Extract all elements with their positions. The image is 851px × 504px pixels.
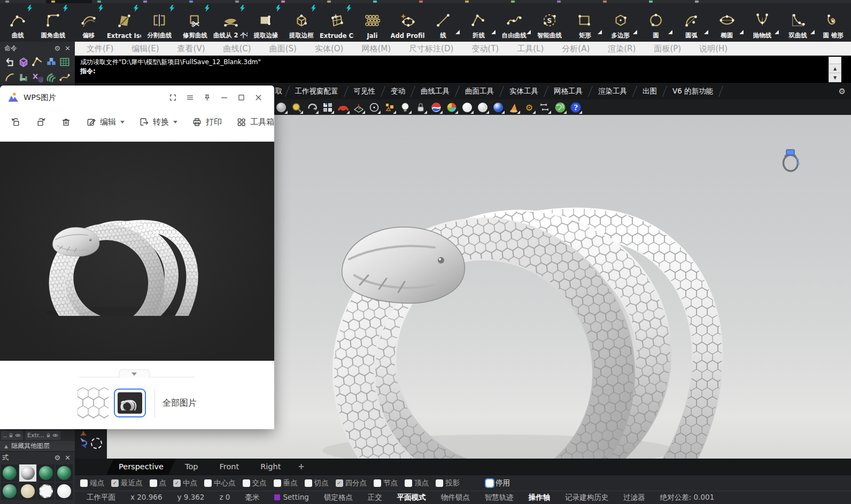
material-sphere-dashed[interactable] (37, 483, 55, 500)
toolbar-button-isocurve[interactable]: Extract Isocurve... (106, 3, 142, 42)
wps-toolbox-button[interactable]: 工具箱 (229, 113, 281, 131)
color-wheel-icon[interactable] (446, 102, 458, 113)
car-render-icon[interactable] (337, 102, 349, 113)
osnap-切点[interactable]: 切点 (305, 478, 329, 488)
command-line[interactable]: 成功读取文件"D:\犀牛\模型\新项目\FullSave_12_Blank.3d… (75, 56, 851, 83)
tool-tab[interactable]: 曲面工具 (458, 87, 501, 96)
status-操作轴[interactable]: 操作轴 (521, 493, 558, 502)
osnap-端点[interactable]: 端点 (80, 478, 104, 488)
undo-icon[interactable] (3, 55, 17, 69)
scroll-down-icon[interactable]: ▼ (829, 73, 841, 82)
tool-tab[interactable]: 可见性 (346, 87, 383, 96)
cubes-blue-icon[interactable] (44, 55, 58, 69)
checkbox[interactable] (374, 479, 381, 487)
flyout-triangle-icon[interactable] (455, 30, 460, 34)
maximize-button[interactable] (233, 90, 250, 106)
wps-image-view[interactable] (0, 142, 274, 361)
toolbar-button-jali[interactable]: Jali (354, 3, 390, 42)
shaded-sphere-icon[interactable] (275, 102, 287, 113)
eye-icon[interactable] (15, 433, 21, 438)
viewport-tab-top[interactable]: Top (174, 459, 208, 475)
menu-item[interactable]: 尺寸标注(D) (409, 44, 453, 54)
gear-icon[interactable]: ⚙ (839, 87, 846, 96)
menu-item[interactable]: 编辑(E) (131, 44, 159, 54)
menu-item[interactable]: 分析(A) (562, 44, 590, 54)
status-毫米[interactable]: 毫米 (237, 493, 267, 502)
wps-rotate-right-button[interactable] (28, 113, 53, 131)
toolbar-button-hyperbola[interactable]: 双曲线 (780, 3, 815, 42)
menu-item[interactable]: 说明(H) (699, 44, 728, 54)
material-sphere-beige[interactable] (19, 483, 36, 500)
checkbox[interactable] (486, 479, 493, 487)
flyout-triangle-icon[interactable] (598, 30, 602, 34)
material-sphere-green[interactable] (56, 464, 73, 482)
tools-purple-icon[interactable]: @ (30, 71, 44, 84)
menu-item[interactable]: 实体(O) (315, 44, 344, 54)
menu-item[interactable]: 工具(L) (517, 44, 544, 54)
viewport-tab-right[interactable]: Right (250, 459, 291, 475)
pin-button[interactable] (198, 90, 215, 106)
status-绝对公差:[interactable]: 绝对公差: 0.001 (653, 493, 722, 502)
wps-convert-button[interactable]: 转换 (131, 113, 184, 131)
cplane-icon[interactable] (353, 102, 365, 113)
eye-icon[interactable] (52, 433, 58, 438)
checkbox[interactable] (436, 479, 443, 487)
toolbar-button-ellipse[interactable]: 椭圆 (709, 3, 745, 42)
status-x[interactable]: x 20.966 (123, 493, 170, 501)
toolbar-button-polyline[interactable]: 折线 (461, 3, 496, 42)
wps-delete-button[interactable] (53, 113, 79, 131)
material-sphere-green[interactable] (37, 464, 55, 482)
tool-tab[interactable]: 工作视窗配置 (288, 87, 346, 96)
status-过滤器[interactable]: 过滤器 (616, 493, 653, 502)
material-sphere2-icon[interactable] (477, 102, 489, 113)
toolbar-button-split[interactable]: 分割曲线 (142, 3, 177, 42)
flyout-triangle-icon[interactable] (775, 30, 779, 34)
polyline-gold-icon[interactable] (30, 55, 44, 69)
wps-print-button[interactable]: 打印 (184, 113, 229, 131)
all-images-label[interactable]: 全部图片 (163, 398, 197, 409)
mesh-green-icon[interactable] (58, 55, 72, 69)
material-sphere-white[interactable] (56, 483, 73, 500)
cube-purple-icon[interactable] (17, 55, 31, 69)
status-平面模式[interactable]: 平面模式 (390, 493, 434, 502)
close-icon[interactable]: ✕ (65, 454, 71, 462)
toolbar-button-view2[interactable]: 曲线从 2 个视图 (213, 3, 248, 42)
add-viewport-tab-button[interactable]: + (291, 459, 311, 475)
swap-arrows-icon[interactable] (78, 437, 89, 449)
osnap-点[interactable]: 点 (150, 478, 167, 488)
lock-icon[interactable] (415, 102, 427, 113)
thumbnail-hex-pattern[interactable] (78, 387, 109, 418)
toolbar-button-offset[interactable]: 偏移 (71, 3, 106, 42)
checkbox[interactable] (405, 479, 412, 487)
minimize-button[interactable] (215, 90, 233, 106)
toolbar-button-circle[interactable]: 圆 (638, 3, 674, 42)
render-mode-icon[interactable] (430, 102, 442, 113)
toolbar-button-smart[interactable]: S 智能曲线 (532, 3, 567, 42)
point-layout-icon[interactable] (384, 102, 396, 113)
command-scrollbar[interactable]: ▲ ▼ (829, 57, 841, 82)
status-Setting[interactable]: Setting (267, 493, 316, 501)
layer-chip[interactable]: Extr... (25, 431, 60, 440)
toolbar-button-curve[interactable]: 曲线 (0, 3, 35, 42)
toolbar-button-fillet[interactable]: 圆角曲线 (35, 3, 71, 42)
material-sphere-green2[interactable] (1, 483, 18, 500)
tool-tab[interactable]: 曲线工具 (413, 87, 457, 96)
help-icon[interactable]: ? (570, 102, 582, 113)
toolbar-button-polygon[interactable]: 多边形 (603, 3, 638, 42)
lock-icon[interactable] (46, 433, 51, 438)
menu-item[interactable]: 曲面(S) (269, 44, 297, 54)
close-button[interactable] (250, 90, 267, 106)
checkbox[interactable]: ✓ (173, 479, 181, 487)
tool-tab[interactable]: 出图 (635, 87, 664, 96)
lock-icon[interactable] (9, 433, 13, 438)
flyout-triangle-icon[interactable] (810, 30, 815, 34)
flyout-triangle-icon[interactable] (704, 30, 708, 34)
status-z[interactable]: z 0 (212, 493, 237, 501)
tool-tab[interactable]: 变动 (383, 87, 413, 96)
menu-button[interactable] (181, 90, 198, 106)
flyout-triangle-icon[interactable] (739, 30, 744, 34)
fullscreen-button[interactable] (164, 90, 181, 106)
selection-circle-icon[interactable] (91, 438, 102, 449)
menu-item[interactable]: 网格(M) (361, 44, 391, 54)
tool-tab[interactable]: 渲染工具 (591, 87, 635, 96)
